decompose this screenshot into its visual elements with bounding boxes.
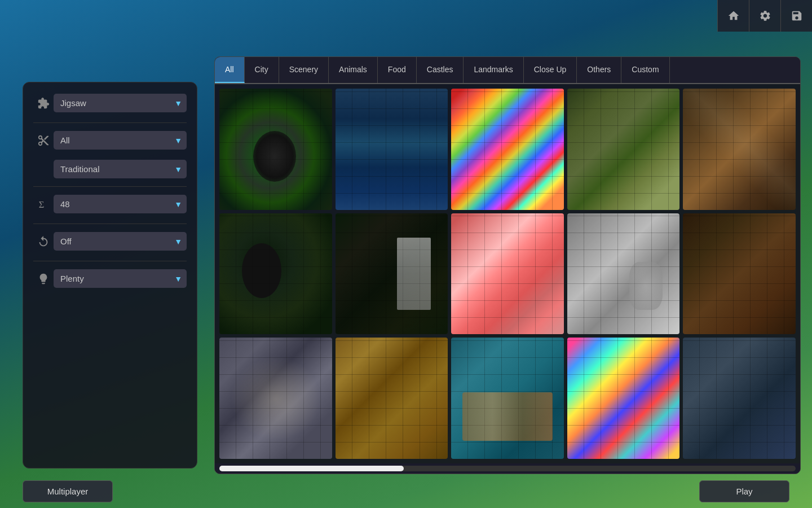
puzzle-item-3[interactable] bbox=[451, 89, 564, 210]
game-type-select[interactable]: Jigsaw Sliding Stacking bbox=[54, 94, 187, 112]
play-button[interactable]: Play bbox=[699, 480, 789, 502]
tab-animals[interactable]: Animals bbox=[329, 57, 378, 83]
puzzle-item-4[interactable] bbox=[567, 89, 680, 210]
divider-4 bbox=[33, 261, 187, 261]
main-content: All City Scenery Animals Food Castles La… bbox=[214, 56, 801, 474]
tab-landmarks[interactable]: Landmarks bbox=[464, 57, 523, 83]
puzzle-icon bbox=[33, 97, 54, 110]
piece-count-dropdown[interactable]: 24 48 96 160 320 ▼ bbox=[54, 195, 187, 213]
scissors-icon bbox=[33, 134, 54, 147]
puzzle-grid bbox=[215, 84, 800, 463]
rotation-dropdown[interactable]: Off On ▼ bbox=[54, 232, 187, 251]
home-icon bbox=[727, 10, 740, 22]
rotation-row: Off On ▼ bbox=[33, 232, 187, 251]
tab-custom[interactable]: Custom bbox=[621, 57, 669, 83]
divider-1 bbox=[33, 122, 187, 123]
save-button[interactable] bbox=[780, 0, 812, 32]
game-type-dropdown[interactable]: Jigsaw Sliding Stacking ▼ bbox=[54, 94, 187, 112]
lighting-select[interactable]: Plenty Normal Dark bbox=[54, 269, 187, 288]
puzzle-item-5[interactable] bbox=[683, 89, 796, 210]
puzzle-item-10[interactable] bbox=[683, 213, 796, 335]
puzzle-item-1[interactable] bbox=[219, 89, 332, 210]
subcategory-select[interactable]: Traditional HD Artistic bbox=[54, 160, 187, 178]
puzzle-item-6[interactable] bbox=[219, 213, 332, 335]
top-icon-bar bbox=[717, 0, 812, 32]
rotate-icon bbox=[33, 235, 54, 248]
divider-2 bbox=[33, 186, 187, 187]
puzzle-item-9[interactable] bbox=[567, 213, 680, 335]
puzzle-item-15[interactable] bbox=[683, 338, 796, 459]
lighting-icon bbox=[33, 273, 54, 285]
category-dropdown[interactable]: All Favorites Recent ▼ bbox=[54, 131, 187, 150]
puzzle-item-13[interactable] bbox=[451, 338, 564, 459]
sigma-icon: Σ bbox=[33, 198, 54, 211]
divider-3 bbox=[33, 224, 187, 224]
puzzle-item-11[interactable] bbox=[219, 338, 332, 459]
tab-food[interactable]: Food bbox=[378, 57, 417, 83]
puzzle-item-7[interactable] bbox=[336, 213, 448, 335]
save-icon bbox=[791, 10, 803, 22]
home-button[interactable] bbox=[717, 0, 749, 32]
tab-close-up[interactable]: Close Up bbox=[524, 57, 577, 83]
scroll-area[interactable] bbox=[215, 463, 800, 474]
game-type-row: Jigsaw Sliding Stacking ▼ bbox=[33, 94, 187, 112]
piece-count-row: Σ 24 48 96 160 320 ▼ bbox=[33, 195, 187, 213]
bottom-bar: Multiplayer Play bbox=[0, 474, 812, 508]
left-panel: Jigsaw Sliding Stacking ▼ All Favorites … bbox=[23, 82, 197, 468]
lighting-dropdown[interactable]: Plenty Normal Dark ▼ bbox=[54, 269, 187, 288]
puzzle-item-14[interactable] bbox=[567, 338, 680, 459]
category-select[interactable]: All Favorites Recent bbox=[54, 131, 187, 150]
scrollbar-track bbox=[219, 466, 796, 471]
category-row: All Favorites Recent ▼ bbox=[33, 131, 187, 150]
piece-count-select[interactable]: 24 48 96 160 320 bbox=[54, 195, 187, 213]
tab-scenery[interactable]: Scenery bbox=[279, 57, 329, 83]
scrollbar-thumb[interactable] bbox=[219, 466, 404, 471]
puzzle-item-12[interactable] bbox=[336, 338, 448, 459]
subcategory-dropdown[interactable]: Traditional HD Artistic ▼ bbox=[54, 160, 187, 178]
svg-text:Σ: Σ bbox=[39, 199, 45, 209]
tab-others[interactable]: Others bbox=[577, 57, 621, 83]
puzzle-item-8[interactable] bbox=[451, 213, 564, 335]
lighting-row: Plenty Normal Dark ▼ bbox=[33, 269, 187, 288]
tabs-bar: All City Scenery Animals Food Castles La… bbox=[215, 57, 800, 84]
tab-all[interactable]: All bbox=[215, 57, 245, 83]
tab-city[interactable]: City bbox=[245, 57, 279, 83]
multiplayer-button[interactable]: Multiplayer bbox=[23, 480, 113, 502]
rotation-select[interactable]: Off On bbox=[54, 232, 187, 251]
settings-button[interactable] bbox=[749, 0, 780, 32]
puzzle-item-2[interactable] bbox=[336, 89, 448, 210]
settings-icon bbox=[759, 10, 771, 22]
tab-castles[interactable]: Castles bbox=[417, 57, 464, 83]
subcategory-row: Traditional HD Artistic ▼ bbox=[54, 160, 187, 178]
